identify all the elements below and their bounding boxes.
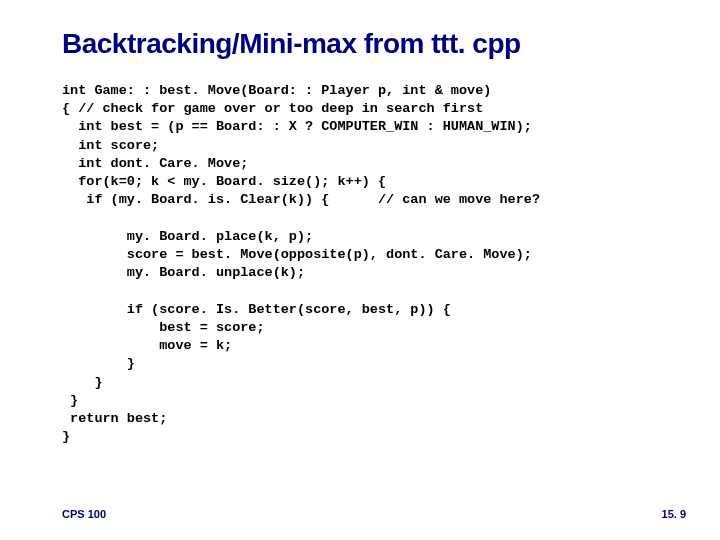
footer-course: CPS 100 (62, 508, 106, 520)
slide: Backtracking/Mini-max from ttt. cpp int … (0, 0, 720, 540)
code-block: int Game: : best. Move(Board: : Player p… (62, 82, 670, 446)
footer-page-number: 15. 9 (662, 508, 686, 520)
slide-title: Backtracking/Mini-max from ttt. cpp (62, 28, 670, 60)
